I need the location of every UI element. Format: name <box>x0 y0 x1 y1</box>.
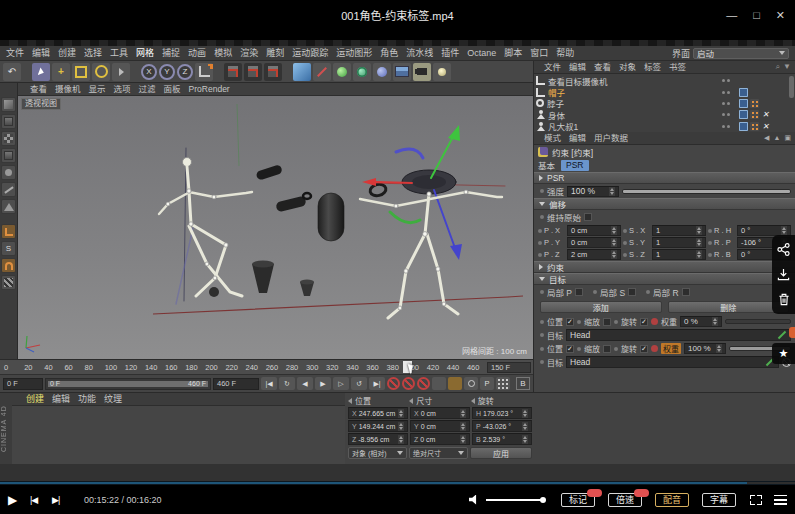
last-tool-icon[interactable] <box>112 63 130 81</box>
subdivision-surface-icon[interactable] <box>333 63 351 81</box>
weights-tag-icon[interactable] <box>750 110 759 119</box>
frame-range-slider[interactable]: 0 F 460 F <box>45 378 211 390</box>
render-view-icon[interactable] <box>224 63 242 81</box>
size-x-field[interactable]: X0 cm <box>410 407 470 419</box>
undo-icon[interactable]: ↶ <box>3 63 21 81</box>
weights-tag-icon[interactable] <box>750 99 759 108</box>
viewport-menu-item[interactable]: 摄像机 <box>51 82 85 96</box>
camera-icon[interactable] <box>413 63 431 81</box>
pos-z-field[interactable]: Z-8.956 cm <box>348 433 408 445</box>
section-offset[interactable]: 偏移 <box>534 198 795 210</box>
previous-video-button[interactable]: |◀ <box>30 495 52 505</box>
menu-item[interactable]: 运动图形 <box>332 46 376 60</box>
attribute-menu-item[interactable]: 模式 <box>540 132 565 145</box>
rot-p-field[interactable]: P-43.026 ° <box>472 420 532 432</box>
seek-bar[interactable] <box>0 481 795 485</box>
scrollbar[interactable] <box>789 76 794 98</box>
menu-item[interactable]: 捕捉 <box>158 46 184 60</box>
viewport-menu-item[interactable]: 面板 <box>160 82 185 96</box>
menu-item[interactable]: 渲染 <box>236 46 262 60</box>
record-pla-toggle[interactable] <box>496 377 510 390</box>
viewport-menu-item[interactable]: ProRender <box>185 82 234 96</box>
menu-item[interactable]: 帮助 <box>552 46 578 60</box>
section-psr[interactable]: PSR <box>534 172 795 184</box>
section-target[interactable]: 目标 <box>534 273 795 285</box>
menu-item[interactable]: Octane <box>463 46 500 60</box>
material-manager-body[interactable] <box>12 406 345 464</box>
viewport-menu-item[interactable]: 查看 <box>26 82 51 96</box>
add-target-button[interactable]: 添加 <box>540 301 662 313</box>
pos-x-field[interactable]: X247.665 cm <box>348 407 408 419</box>
move-tool-icon[interactable]: + <box>52 63 70 81</box>
record-keyframe-icon[interactable] <box>387 377 400 390</box>
current-frame-field[interactable]: 0 F <box>3 378 43 390</box>
next-video-button[interactable]: ▶| <box>52 495 74 505</box>
share-icon[interactable] <box>777 243 790 256</box>
view-label[interactable]: 透视视图 <box>21 98 61 110</box>
local-r-checkbox[interactable] <box>682 288 690 296</box>
scale-tool-icon[interactable] <box>72 63 90 81</box>
tab-psr[interactable]: PSR <box>561 160 588 171</box>
weight-field[interactable]: 100 % <box>684 343 726 354</box>
transport-button[interactable]: ↻ <box>279 377 295 390</box>
environment-icon[interactable] <box>373 63 391 81</box>
model-mode-icon[interactable] <box>1 114 16 129</box>
menu-item[interactable]: 插件 <box>437 46 463 60</box>
menu-item[interactable]: 网格 <box>132 46 158 60</box>
light-icon[interactable] <box>433 63 451 81</box>
strength-slider[interactable] <box>622 189 791 194</box>
weights-tag-icon[interactable] <box>750 122 759 131</box>
trash-icon[interactable] <box>778 293 790 306</box>
rotation-checkbox[interactable]: ✓ <box>640 318 648 326</box>
bind-tag-icon[interactable]: ✕ <box>761 122 770 131</box>
delete-target-button[interactable]: 删除 <box>668 301 790 313</box>
visibility-dots[interactable] <box>722 125 736 128</box>
coord-mode-dropdown[interactable]: 对象 (相对) <box>348 447 407 459</box>
x-axis-button[interactable]: X <box>141 64 157 80</box>
sz-field[interactable]: 1 <box>652 249 706 260</box>
keyframe-b-button[interactable]: B <box>516 377 530 390</box>
pos-y-field[interactable]: Y149.244 cm <box>348 420 408 432</box>
constraint-tag-icon[interactable] <box>739 110 748 119</box>
section-constraint[interactable]: 约束 <box>534 261 795 273</box>
material-menu-item[interactable]: 功能 <box>74 392 100 406</box>
apply-button[interactable]: 应用 <box>470 447 532 459</box>
material-menu-item[interactable]: 创建 <box>22 392 48 406</box>
object-row[interactable]: 查看目标摄像机 <box>536 75 795 86</box>
rot-h-field[interactable]: H179.023 ° <box>472 407 532 419</box>
object-row[interactable]: 脖子 <box>536 98 795 109</box>
menu-item[interactable]: 选择 <box>80 46 106 60</box>
size-y-field[interactable]: Y0 cm <box>410 420 470 432</box>
rot-b-field[interactable]: B2.539 ° <box>472 433 532 445</box>
viewport-menu-item[interactable]: 过滤 <box>135 82 160 96</box>
transport-button[interactable]: ▷ <box>333 377 349 390</box>
record-scale-toggle[interactable] <box>448 377 462 390</box>
pick-icon[interactable] <box>778 331 786 339</box>
constraint-tag-icon[interactable] <box>739 122 748 131</box>
volume-slider[interactable] <box>486 499 544 501</box>
size-z-field[interactable]: Z0 cm <box>410 433 470 445</box>
subtitle-button[interactable]: 字幕 <box>702 493 736 507</box>
y-axis-button[interactable]: Y <box>159 64 175 80</box>
polygons-mode-icon[interactable] <box>1 199 16 214</box>
object-row[interactable]: 身体 ✕ <box>536 109 795 120</box>
strength-field[interactable]: 100 % <box>567 186 619 197</box>
scale-checkbox[interactable] <box>603 345 611 353</box>
bind-tag-icon[interactable]: ✕ <box>761 110 770 119</box>
px-field[interactable]: 0 cm <box>567 225 621 236</box>
video-frame[interactable]: 文件编辑创建选择工具网格捕捉动画模拟渲染雕刻运动跟踪运动图形角色流水线插件Oct… <box>0 30 795 481</box>
filter-icon[interactable]: ▼ <box>783 62 791 72</box>
visibility-dots[interactable] <box>722 79 736 82</box>
timeline-ruler[interactable]: 0204060801001201401601802002202402602803… <box>0 360 533 375</box>
enable-axis-icon[interactable] <box>1 224 16 239</box>
volume-icon[interactable] <box>469 495 480 505</box>
viewport-scene[interactable]: 透视视图 <box>18 96 533 359</box>
timeline-end-field[interactable]: 150 F <box>487 362 531 373</box>
object-manager-menu-item[interactable]: 书签 <box>665 60 690 74</box>
workplane-mode-icon[interactable] <box>1 148 16 163</box>
menu-item[interactable]: 流水线 <box>402 46 437 60</box>
menu-item[interactable]: 脚本 <box>500 46 526 60</box>
menu-item[interactable]: 编辑 <box>28 46 54 60</box>
object-row[interactable]: 凡大叔1 ✕ <box>536 121 795 132</box>
target-field[interactable]: Head <box>566 329 791 341</box>
